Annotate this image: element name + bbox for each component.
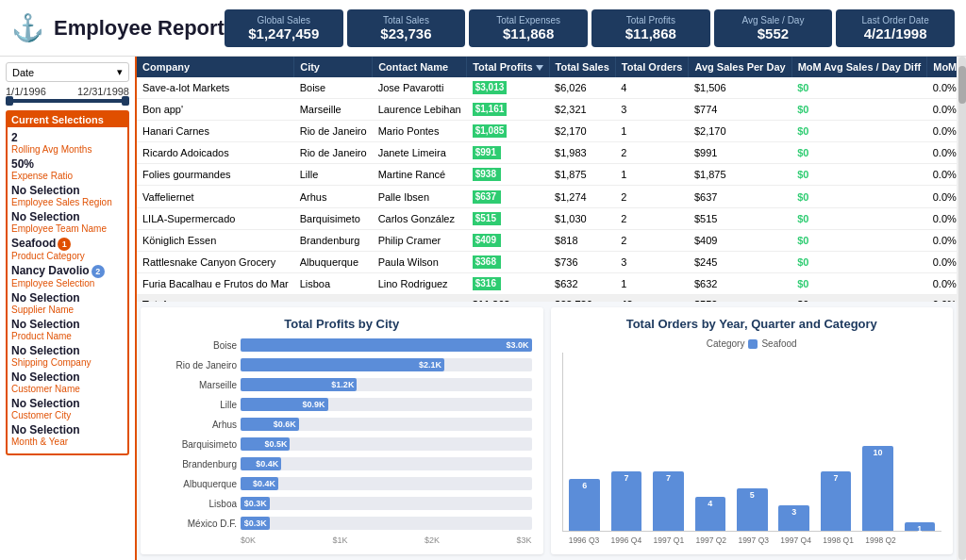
cell-profit: $515 [467, 207, 549, 229]
profit-bar: $637 [473, 190, 501, 204]
table-header-row: CompanyCityContact NameTotal ProfitsTota… [137, 57, 957, 77]
data-table-wrapper[interactable]: CompanyCityContact NameTotal ProfitsTota… [137, 57, 957, 302]
selection-item-1[interactable]: 50%Expense Ratio [11, 157, 124, 181]
cell-profit: $938 [467, 164, 549, 186]
table-row[interactable]: Königlich Essen Brandenburg Philip Crame… [137, 229, 957, 251]
cell-contact: Jose Pavarotti [373, 77, 467, 99]
scrollbar-thumb[interactable] [958, 66, 966, 104]
table-row[interactable]: Vaffeliernet Arhus Palle Ibsen $637 $1,2… [137, 186, 957, 207]
selection-item-4[interactable]: Seafood1Product Category [11, 237, 124, 261]
selection-item-7[interactable]: No SelectionProduct Name [11, 318, 124, 341]
cell-mom: $0 [791, 77, 927, 99]
cell-mom: $0 [791, 121, 927, 142]
kpi-value: $11,868 [480, 25, 576, 41]
legend-item-label: Seafood [761, 338, 796, 349]
col-bar-value: 5 [750, 488, 755, 500]
selection-item-5[interactable]: Nancy Davolio2Employee Selection [11, 264, 124, 288]
kpi-card-2: Total Expenses$11,868 [469, 9, 588, 47]
total-sales: $23,736 [549, 294, 615, 302]
col-bar: 1 [905, 522, 936, 531]
col-header-7[interactable]: MoM Avg Sales / Day Diff [791, 57, 927, 77]
col-bar-group: 1 [902, 522, 938, 531]
cell-momp: 0.0% [927, 121, 957, 142]
table-row[interactable]: Bon app' Marseille Laurence Lebihan $1,1… [137, 99, 957, 121]
col-header-4[interactable]: Total Sales [549, 57, 615, 77]
bar-value: $3.0K [506, 340, 528, 350]
cell-avg: $2,170 [689, 121, 791, 142]
col-bar-label [905, 535, 941, 545]
cell-mom: $0 [791, 164, 927, 186]
col-header-5[interactable]: Total Orders [615, 57, 689, 77]
scrollbar[interactable] [958, 57, 966, 560]
col-header-1[interactable]: City [294, 57, 373, 77]
selection-item-2[interactable]: No SelectionEmployee Sales Region [11, 184, 124, 207]
col-bar-value: 3 [791, 505, 796, 517]
bar-track: $1.2K [241, 378, 532, 391]
cell-contact: Lino Rodriguez [373, 272, 467, 294]
cell-city: Lisboa [294, 272, 373, 294]
col-header-3[interactable]: Total Profits [467, 57, 549, 77]
col-header-2[interactable]: Contact Name [373, 57, 467, 77]
logo: ⚓ Employee Report [11, 12, 225, 43]
legend-category-label: Category [707, 338, 745, 349]
selection-label-4: Product Category [11, 251, 124, 261]
col-bar: 7 [653, 471, 684, 531]
table-row[interactable]: Ricardo Adoicados Rio de Janeiro Janete … [137, 142, 957, 164]
cell-company: Bon app' [137, 99, 294, 121]
bar-chart-x-axis: $0K$1K$2K$3K [152, 535, 532, 545]
col-bar-label: 1997 Q2 [692, 535, 729, 545]
cell-orders: 2 [615, 229, 689, 251]
kpi-label: Global Sales [236, 15, 332, 25]
col-bar-label: 1997 Q1 [650, 535, 687, 545]
selection-item-11[interactable]: No SelectionMonth & Year [11, 423, 124, 447]
selection-item-0[interactable]: 2Rolling Avg Months [11, 131, 124, 155]
bar-value: $0.4K [256, 459, 278, 469]
cell-contact: Paula Wilson [373, 251, 467, 272]
table-row[interactable]: Save-a-lot Markets Boise Jose Pavarotti … [137, 77, 957, 99]
col-bar-group: 5 [734, 488, 770, 531]
cell-momp: 0.0% [927, 272, 957, 294]
cell-contact: Laurence Lebihan [373, 99, 467, 121]
cell-profit: $637 [467, 186, 549, 207]
date-range: 1/1/1996 12/31/1998 [6, 86, 129, 97]
date-slider[interactable] [6, 99, 129, 103]
cell-city: Marseille [294, 99, 373, 121]
table-row[interactable]: Rattlesnake Canyon Grocery Albuquerque P… [137, 251, 957, 272]
selection-label-3: Employee Team Name [11, 223, 124, 234]
bar-value: $0.3K [244, 519, 267, 528]
cell-profit: $991 [467, 142, 549, 164]
table-row[interactable]: Folies gourmandes Lille Martine Rancé $9… [137, 164, 957, 186]
selection-item-9[interactable]: No SelectionCustomer Name [11, 371, 124, 394]
kpi-label: Total Profits [603, 15, 699, 25]
x-axis-label: $2K [425, 535, 440, 545]
charts-row: Total Profits by City Boise $3.0K Rio de… [137, 302, 957, 560]
cell-orders: 1 [615, 272, 689, 294]
cell-company: LILA-Supermercado [137, 207, 294, 229]
selection-item-6[interactable]: No SelectionSupplier Name [11, 291, 124, 315]
kpi-value: 4/21/1998 [847, 25, 943, 41]
main-layout: Date ▾ 1/1/1996 12/31/1998 Current Selec… [0, 57, 966, 560]
cell-avg: $774 [689, 99, 791, 121]
selection-item-10[interactable]: No SelectionCustomer City [11, 397, 124, 420]
col-header-0[interactable]: Company [137, 57, 294, 77]
col-header-6[interactable]: Avg Sales Per Day [689, 57, 791, 77]
col-bar: 5 [737, 488, 768, 531]
col-bar-value: 6 [582, 479, 587, 490]
selection-value-1: 50% [11, 157, 124, 171]
sort-arrow-icon [536, 65, 543, 71]
bar-fill: $0.3K [241, 517, 270, 530]
selection-item-3[interactable]: No SelectionEmployee Team Name [11, 210, 124, 234]
selection-label-5: Employee Selection [11, 278, 124, 288]
cell-avg: $991 [689, 142, 791, 164]
col-header-8[interactable]: MoM Avg Sales / Day Diff % [927, 57, 957, 77]
date-selector[interactable]: Date ▾ [6, 62, 129, 82]
table-row[interactable]: Hanari Carnes Rio de Janeiro Mario Ponte… [137, 121, 957, 142]
selection-item-8[interactable]: No SelectionShipping Company [11, 344, 124, 368]
table-row[interactable]: LILA-Supermercado Barquisimeto Carlos Go… [137, 207, 957, 229]
bar-fill: $0.4K [241, 477, 278, 490]
bar-fill: $3.0K [241, 338, 532, 352]
cell-sales: $1,030 [549, 207, 615, 229]
table-row[interactable]: Furia Bacalhau e Frutos do Mar Lisboa Li… [137, 272, 957, 294]
profit-bar: $1,085 [473, 124, 508, 138]
bar-label: Boise [152, 340, 237, 351]
